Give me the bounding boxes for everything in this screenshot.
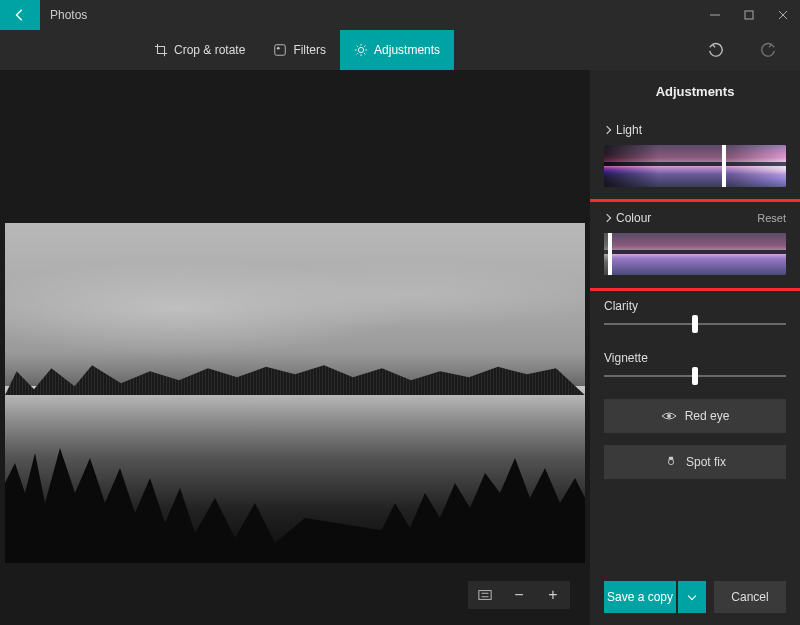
app-title: Photos [50,8,87,22]
toolbar: Crop & rotate Filters Adjustments [0,30,800,70]
main-image[interactable] [5,223,585,563]
cancel-button[interactable]: Cancel [714,581,786,613]
titlebar: Photos [0,0,800,30]
svg-marker-6 [305,458,585,563]
colour-section[interactable]: Colour Reset [590,201,800,289]
svg-rect-1 [745,11,753,19]
spot-fix-button[interactable]: Spot fix [604,445,786,479]
filters-label: Filters [293,43,326,57]
bottom-action-bar: Save a copy Cancel [590,569,800,625]
clarity-section: Clarity [590,289,800,341]
vignette-section: Vignette [590,341,800,393]
spotfix-icon [664,455,678,469]
chevron-right-icon [603,214,611,222]
zoom-controls: − + [468,581,570,609]
save-copy-button[interactable]: Save a copy [604,581,676,613]
light-label: Light [616,123,642,137]
undo-button[interactable] [704,38,728,62]
clarity-label: Clarity [604,299,786,313]
filters-icon [273,43,287,57]
red-eye-button[interactable]: Red eye [604,399,786,433]
crop-label: Crop & rotate [174,43,245,57]
canvas-area: − + [0,70,590,625]
zoom-in-button[interactable]: + [536,581,570,609]
filters-tab[interactable]: Filters [259,30,340,70]
svg-rect-2 [275,45,286,56]
light-section[interactable]: Light [590,113,800,201]
adjustments-tab[interactable]: Adjustments [340,30,454,70]
chevron-right-icon [603,126,611,134]
eye-icon [661,410,677,422]
svg-point-3 [277,47,280,50]
zoom-out-button[interactable]: − [502,581,536,609]
redo-button[interactable] [756,38,780,62]
colour-thumbnail-slider[interactable] [604,233,786,275]
adjustments-sidebar: Adjustments Light Colour Reset Cla [590,70,800,625]
svg-point-4 [358,47,363,52]
fit-screen-button[interactable] [468,581,502,609]
chevron-down-icon [688,591,696,599]
light-thumbnail-slider[interactable] [604,145,786,187]
vignette-label: Vignette [604,351,786,365]
maximize-button[interactable] [732,0,766,30]
close-button[interactable] [766,0,800,30]
crop-rotate-tab[interactable]: Crop & rotate [140,30,259,70]
sidebar-title: Adjustments [590,70,800,113]
window-controls [698,0,800,30]
back-button[interactable] [0,0,40,30]
colour-label: Colour [616,211,651,225]
cancel-label: Cancel [731,590,768,604]
save-label: Save a copy [607,590,673,604]
colour-reset-link[interactable]: Reset [757,212,786,224]
clarity-slider[interactable] [604,323,786,325]
svg-rect-7 [479,591,491,600]
red-eye-label: Red eye [685,409,730,423]
svg-point-8 [667,414,671,418]
save-dropdown-button[interactable] [678,581,706,613]
minimize-button[interactable] [698,0,732,30]
adjustments-icon [354,43,368,57]
adjustments-label: Adjustments [374,43,440,57]
svg-point-9 [668,459,673,464]
crop-icon [154,43,168,57]
vignette-slider[interactable] [604,375,786,377]
spot-fix-label: Spot fix [686,455,726,469]
